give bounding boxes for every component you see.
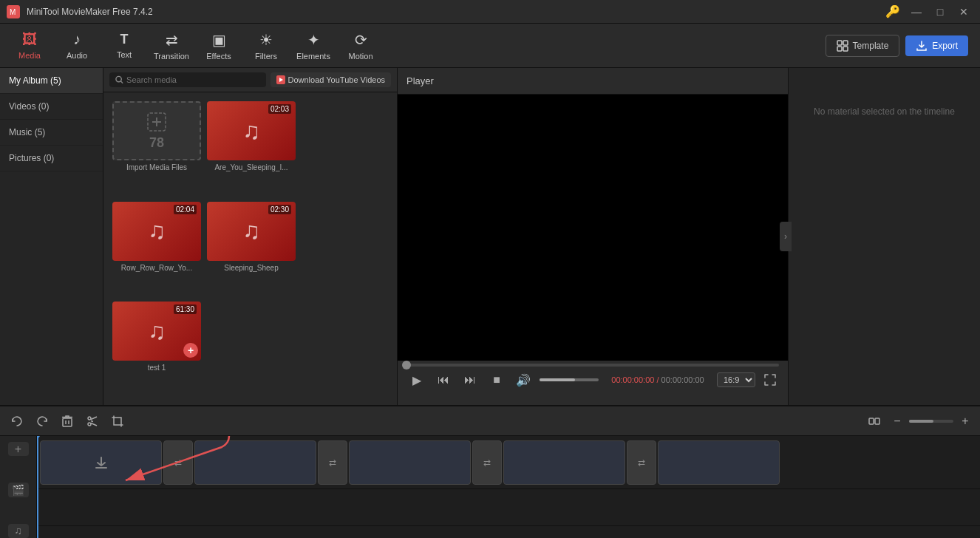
aspect-ratio-select[interactable]: 16:9 4:3 1:1 9:16 [717, 372, 755, 387]
svg-rect-13 [63, 418, 72, 426]
progress-dot [402, 361, 411, 370]
track-transition-1[interactable]: ⇄ [163, 440, 193, 485]
cut-button[interactable] [81, 411, 103, 432]
maximize-button[interactable]: □ [930, 4, 950, 19]
right-collapse-button[interactable]: › [780, 222, 792, 251]
toolbar-item-motion[interactable]: ⟳ Motion [337, 27, 384, 65]
next-frame-button[interactable]: ⏭ [460, 370, 480, 390]
split-view-button[interactable] [863, 411, 885, 432]
play-button[interactable]: ▶ [406, 370, 427, 390]
fullscreen-button[interactable] [761, 371, 779, 389]
controls-row: ▶ ⏮ ⏭ ■ 🔊 00:00:00:00 / 00:00:00:00 16:9… [406, 370, 779, 390]
music-note-icon-3: ♫ [242, 217, 260, 245]
no-material-text: No material selected on the timeline [814, 106, 955, 117]
audio-track-row [37, 489, 980, 526]
track-transition-3[interactable]: ⇄ [472, 440, 502, 485]
media-card-3[interactable]: ♫ 02:30 Sleeping_Sheep [207, 202, 296, 296]
motion-icon: ⟳ [355, 31, 367, 49]
download-label: Download YouTube Videos [288, 75, 386, 84]
toolbar-text-label: Text [117, 50, 132, 59]
key-icon[interactable]: 🔑 [885, 4, 900, 18]
stop-button[interactable]: ■ [486, 370, 507, 390]
zoom-slider[interactable] [909, 420, 953, 423]
svg-line-19 [91, 417, 97, 420]
svg-rect-2 [837, 41, 842, 45]
svg-rect-3 [843, 41, 848, 45]
undo-button[interactable] [6, 411, 28, 432]
transition-icon: ⇄ [166, 31, 178, 49]
track-segment-5[interactable] [658, 440, 780, 485]
timeline-content: + 🎬 ♫ ⇄ ⇄ ⇄ [0, 436, 980, 538]
template-button[interactable]: Template [826, 35, 900, 57]
svg-point-18 [88, 423, 91, 426]
main-content: My Album (5) Videos (0) Music (5) Pictur… [0, 68, 980, 405]
export-label: Export [932, 41, 958, 51]
app-title: MiniTool MovieMaker Free 7.4.2 [27, 7, 885, 17]
zoom-out-button[interactable]: − [888, 412, 906, 430]
elements-icon: ✦ [307, 31, 320, 49]
toolbar-item-media[interactable]: 🖼 Media [6, 27, 53, 65]
search-box[interactable] [109, 72, 266, 87]
prev-frame-button[interactable]: ⏮ [433, 370, 454, 390]
text-icon: T [120, 32, 129, 47]
undo-icon [11, 415, 23, 427]
volume-slider[interactable] [540, 378, 599, 381]
close-button[interactable]: ✕ [953, 4, 974, 19]
media-icon: 🖼 [22, 31, 37, 48]
toolbar: 🖼 Media ♪ Audio T Text ⇄ Transition ▣ Ef… [0, 24, 980, 68]
sidebar: My Album (5) Videos (0) Music (5) Pictur… [0, 68, 103, 405]
sidebar-item-music[interactable]: Music (5) [0, 120, 103, 146]
media-thumb-3: ♫ 02:30 [207, 202, 296, 261]
transition-arrow-icon-2: ⇄ [329, 457, 336, 468]
media-name-2: Row_Row_Row_Yo... [112, 264, 201, 272]
sidebar-item-videos[interactable]: Videos (0) [0, 94, 103, 120]
media-card-1[interactable]: ♫ 02:03 Are_You_Sleeping_I... [207, 101, 296, 196]
toolbar-item-text[interactable]: T Text [101, 27, 148, 65]
toolbar-item-transition[interactable]: ⇄ Transition [148, 27, 195, 65]
track-segment-3[interactable] [349, 440, 471, 485]
sidebar-item-my-album[interactable]: My Album (5) [0, 68, 103, 94]
crop-button[interactable] [106, 411, 129, 432]
media-card-4[interactable]: ♫ 61:30 + test 1 [112, 302, 201, 396]
media-thumb-2: ♫ 02:04 [112, 202, 201, 261]
track-segment-2[interactable] [194, 440, 316, 485]
toolbar-item-elements[interactable]: ✦ Elements [290, 27, 337, 65]
track-transition-2[interactable]: ⇄ [318, 440, 347, 485]
track-transition-4[interactable]: ⇄ [627, 440, 656, 485]
video-track-icon[interactable]: 🎬 [8, 483, 29, 497]
audio-track-icon[interactable]: ♫ [8, 524, 29, 538]
search-input[interactable] [126, 75, 259, 84]
crop-icon [112, 415, 123, 427]
track-segment-1[interactable] [40, 440, 162, 485]
progress-bar[interactable] [406, 364, 779, 367]
import-icon [146, 112, 167, 132]
delete-button[interactable] [56, 411, 78, 432]
media-grid: 78 Import Media Files ♫ 02:03 Are_You_Sl… [103, 92, 397, 405]
sidebar-item-pictures[interactable]: Pictures (0) [0, 146, 103, 171]
toolbar-effects-label: Effects [206, 52, 231, 61]
import-card[interactable]: 78 Import Media Files [112, 101, 201, 196]
minimize-button[interactable]: — [906, 4, 927, 19]
media-duration-1: 02:03 [268, 104, 291, 114]
media-add-button-4[interactable]: + [183, 343, 198, 358]
toolbar-item-filters[interactable]: ☀ Filters [242, 27, 290, 65]
media-card-2[interactable]: ♫ 02:04 Row_Row_Row_Yo... [112, 202, 201, 296]
svg-line-20 [91, 423, 97, 426]
music-label: Music (5) [9, 127, 45, 137]
svg-rect-5 [843, 47, 848, 51]
media-name-1: Are_You_Sleeping_I... [207, 163, 296, 171]
add-track-button[interactable]: + [8, 442, 29, 456]
svg-point-17 [88, 417, 91, 420]
zoom-fill [909, 420, 933, 423]
delete-icon [62, 415, 72, 427]
music-note-icon-2: ♫ [148, 217, 166, 245]
zoom-in-button[interactable]: + [956, 412, 974, 430]
redo-button[interactable] [31, 411, 53, 432]
download-youtube-button[interactable]: Download YouTube Videos [270, 72, 392, 87]
export-button[interactable]: Export [905, 35, 968, 56]
videos-label: Videos (0) [9, 101, 49, 112]
track-segment-4[interactable] [503, 440, 625, 485]
toolbar-item-effects[interactable]: ▣ Effects [195, 27, 242, 65]
volume-button[interactable]: 🔊 [513, 370, 534, 390]
toolbar-item-audio[interactable]: ♪ Audio [53, 27, 101, 65]
